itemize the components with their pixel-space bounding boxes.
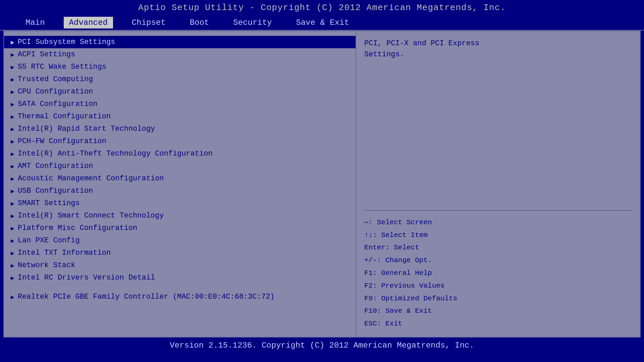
arrow-icon: ▶ — [11, 150, 14, 158]
menu-item-sata-config[interactable]: ▶SATA Configuration — [4, 98, 356, 110]
arrow-icon: ▶ — [11, 88, 14, 96]
arrow-icon: ▶ — [11, 262, 14, 269]
arrow-icon: ▶ — [11, 200, 14, 207]
menu-item-label: S5 RTC Wake Settings — [18, 63, 106, 71]
key-general-help: F1: General Help — [364, 267, 632, 280]
main-content: ▶PCI Subsystem Settings▶ACPI Settings▶S5… — [3, 31, 641, 338]
menu-item-label: USB Configuration — [18, 187, 93, 195]
menu-item-label: Acoustic Management Configuration — [18, 174, 164, 183]
menu-item-intel-rc-drivers[interactable]: ▶Intel RC Drivers Version Detail — [4, 272, 356, 284]
key-save-exit: F10: Save & Exit — [364, 305, 632, 317]
title-text: Aptio Setup Utility - Copyright (C) 2012… — [138, 3, 506, 13]
footer-bar: Version 2.15.1236. Copyright (C) 2012 Am… — [0, 338, 644, 353]
menu-item-label: Network Stack — [18, 261, 75, 269]
menu-item-s5-rtc[interactable]: ▶S5 RTC Wake Settings — [4, 61, 356, 73]
key-change-opt: +/-: Change Opt. — [364, 254, 632, 267]
key-esc-exit: ESC: Exit — [364, 317, 632, 330]
menu-item-label: Trusted Computing — [18, 75, 93, 83]
help-line1: PCI, PCI-X and PCI Express — [364, 39, 479, 48]
help-text: PCI, PCI-X and PCI Express Settings. — [364, 38, 632, 205]
nav-item-advanced[interactable]: Advanced — [64, 17, 113, 28]
menu-item-amt-config[interactable]: ▶AMT Configuration — [4, 160, 356, 172]
key-optimized-defaults: F9: Optimized Defaults — [364, 292, 632, 305]
arrow-icon: ▶ — [11, 138, 14, 145]
menu-item-label: Platform Misc Configuration — [18, 224, 137, 232]
menu-item-smart-settings[interactable]: ▶SMART Settings — [4, 197, 356, 209]
menu-item-label: Intel RC Drivers Version Detail — [18, 274, 155, 282]
menu-item-label: SMART Settings — [18, 199, 80, 207]
arrow-icon: ▶ — [11, 212, 14, 220]
menu-item-platform-misc[interactable]: ▶Platform Misc Configuration — [4, 222, 356, 234]
menu-item-cpu-config[interactable]: ▶CPU Configuration — [4, 85, 356, 98]
menu-item-label: Intel(R) Rapid Start Technology — [18, 125, 155, 133]
menu-item-lan-pxe[interactable]: ▶Lan PXE Config — [4, 234, 356, 247]
nav-item-main[interactable]: Main — [20, 17, 50, 28]
nav-item-save-exit[interactable]: Save & Exit — [290, 17, 354, 28]
arrow-icon: ▶ — [11, 39, 14, 46]
key-enter-select: Enter: Select — [364, 241, 632, 254]
arrow-icon: ▶ — [11, 274, 14, 282]
arrow-icon: ▶ — [11, 125, 14, 133]
arrow-icon: ▶ — [11, 163, 14, 170]
nav-item-boot[interactable]: Boot — [184, 17, 215, 28]
right-panel: PCI, PCI-X and PCI Express Settings. ↔: … — [356, 31, 640, 337]
menu-item-label: Intel TXT Information — [18, 249, 111, 257]
key-select-item: ↑↓: Select Item — [364, 229, 632, 242]
arrow-icon: ▶ — [11, 101, 14, 108]
arrow-icon: ▶ — [11, 249, 14, 257]
menu-item-intel-txt[interactable]: ▶Intel TXT Information — [4, 247, 356, 259]
menu-item-usb-config[interactable]: ▶USB Configuration — [4, 185, 356, 197]
menu-item-pci-subsystem[interactable]: ▶PCI Subsystem Settings — [4, 36, 356, 48]
key-select-screen: ↔: Select Screen — [364, 216, 632, 229]
arrow-icon: ▶ — [11, 51, 14, 58]
left-panel: ▶PCI Subsystem Settings▶ACPI Settings▶S5… — [4, 31, 356, 337]
menu-item-label: Lan PXE Config — [18, 236, 80, 245]
arrow-icon: ▶ — [11, 293, 14, 301]
nav-item-security[interactable]: Security — [228, 17, 277, 28]
menu-item-acpi[interactable]: ▶ACPI Settings — [4, 48, 356, 61]
menu-item-label: PCI Subsystem Settings — [18, 38, 115, 46]
key-previous-values: F2: Previous Values — [364, 280, 632, 292]
menu-spacer — [4, 284, 356, 291]
help-line2: Settings. — [364, 50, 404, 59]
menu-item-intel-smart-connect[interactable]: ▶Intel(R) Smart Connect Technology — [4, 209, 356, 222]
arrow-icon: ▶ — [11, 113, 14, 120]
arrow-icon: ▶ — [11, 237, 14, 244]
menu-item-acoustic-mgmt[interactable]: ▶Acoustic Management Configuration — [4, 172, 356, 185]
menu-item-trusted-computing[interactable]: ▶Trusted Computing — [4, 73, 356, 85]
title-bar: Aptio Setup Utility - Copyright (C) 2012… — [0, 0, 644, 15]
menu-item-label: Intel(R) Smart Connect Technology — [18, 212, 164, 220]
menu-item-network-stack[interactable]: ▶Network Stack — [4, 259, 356, 272]
nav-item-chipset[interactable]: Chipset — [126, 17, 171, 28]
footer-text: Version 2.15.1236. Copyright (C) 2012 Am… — [170, 341, 474, 350]
menu-item-label: ACPI Settings — [18, 50, 75, 59]
menu-item-intel-anti-theft[interactable]: ▶Intel(R) Anti-Theft Technology Configur… — [4, 147, 356, 160]
menu-item-label: SATA Configuration — [18, 100, 98, 108]
nav-bar: MainAdvancedChipsetBootSecuritySave & Ex… — [0, 15, 644, 31]
menu-item-thermal-config[interactable]: ▶Thermal Configuration — [4, 110, 356, 123]
arrow-icon: ▶ — [11, 76, 14, 83]
divider — [364, 210, 632, 211]
menu-item-intel-rapid-start[interactable]: ▶Intel(R) Rapid Start Technology — [4, 123, 356, 135]
menu-item-label: Intel(R) Anti-Theft Technology Configura… — [18, 149, 213, 158]
menu-item-pch-fw-config[interactable]: ▶PCH-FW Configuration — [4, 135, 356, 147]
menu-item-label: Realtek PCIe GBE Family Controller (MAC:… — [18, 293, 275, 301]
menu-item-realtek-pcie[interactable]: ▶Realtek PCIe GBE Family Controller (MAC… — [4, 291, 356, 303]
key-help: ↔: Select Screen ↑↓: Select Item Enter: … — [364, 216, 632, 330]
menu-item-label: AMT Configuration — [18, 162, 93, 170]
arrow-icon: ▶ — [11, 225, 14, 232]
arrow-icon: ▶ — [11, 175, 14, 182]
menu-item-label: CPU Configuration — [18, 87, 93, 96]
menu-item-label: Thermal Configuration — [18, 112, 111, 121]
arrow-icon: ▶ — [11, 187, 14, 195]
arrow-icon: ▶ — [11, 63, 14, 71]
menu-item-label: PCH-FW Configuration — [18, 137, 106, 145]
